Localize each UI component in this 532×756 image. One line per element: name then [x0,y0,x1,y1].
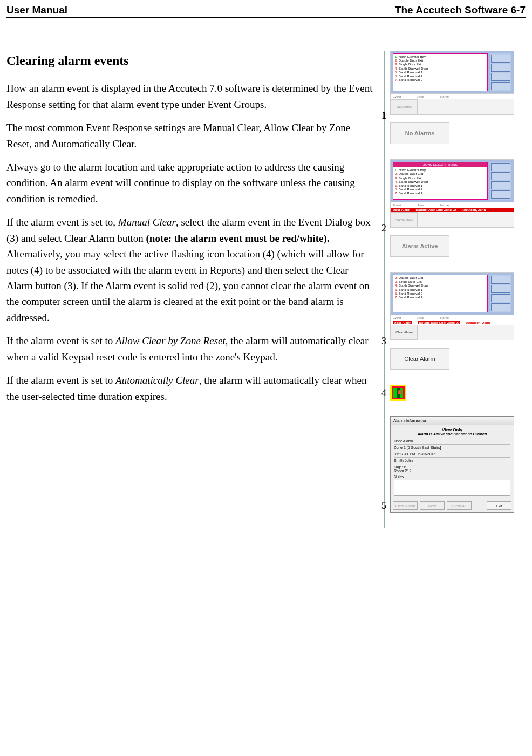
view-only-label: View Only [394,427,510,432]
body-text: Clearing alarm events How an alarm event… [6,51,373,528]
col-name: Name [440,95,449,98]
fig3-caption: Clear Alarm [390,348,449,370]
z1: North Elevator Bay [399,55,426,58]
fig3-floorplan [490,275,511,312]
p5-italic: Allow Clear by Zone Reset [115,335,226,346]
fig3-ev: Door Alarm [393,321,412,324]
dlg-l5: Tag: 96 Room 212 [394,464,510,474]
fig3-window: 2. Double Door Exit 3. Single Door Exit … [390,272,514,340]
zone-header: ZONE DESCRIPTIONS [393,162,487,167]
figure-2: 2 ZONE DESCRIPTIONS 1. North Elevator Ba… [390,159,526,257]
fig2-nm: Accutech, John [461,208,486,212]
alarm-info-dialog: Alarm Information View Only Alarm is Act… [390,416,514,513]
figure-1-number: 1 [381,110,386,121]
z3: Single Door Exit [399,63,422,66]
figure-column: 1 1. North Elevator Bay 2. Double Door E… [384,51,526,528]
p6-italic: Automatically Clear [115,374,199,386]
p6-a: If the alarm event is set to [6,374,115,386]
view-only-sub: Alarm is Active and Cannot be Cleared [394,432,510,436]
z5: Band Removal 1 [399,71,422,74]
paragraph-5: If the alarm event is set to Allow Clear… [6,333,373,365]
dlg-clear-button[interactable]: Clear Alarm [393,501,418,510]
figure-2-number: 2 [381,223,386,234]
z4: South Stairwell Door [399,67,428,70]
fig3-alarm-row[interactable]: Door Alarm Double Door Exit: Zone 02 Acc… [391,321,514,325]
fig2-status-button[interactable]: Alarm Active [391,212,418,227]
figure-5-number: 5 [381,500,386,512]
fig1-event-header: Event Area Name [391,93,514,99]
fig2-floorplan [490,162,511,200]
fig3-event-header: Event Area Name [391,315,514,321]
col-event: Event [393,95,401,98]
fig1-window: 1. North Elevator Bay 2. Double Door Exi… [390,51,514,115]
z7: Band Removal 3 [399,78,422,81]
header-left: User Manual [6,4,67,16]
fig2-ev: Door Alarm [393,208,410,212]
figure-4: 4 [390,385,526,401]
notes-label: Notes [394,474,510,480]
flashing-alarm-icon[interactable] [390,385,406,401]
figure-1: 1 1. North Elevator Bay 2. Double Door E… [390,51,526,144]
fig1-caption: No Alarms [390,122,449,144]
p4-italic: Manual Clear [118,216,176,228]
dlg-clear-all-button[interactable]: Clear All [447,501,472,510]
figure-3: 3 2. Double Door Exit 3. Single Door Exi… [390,272,526,370]
paragraph-4: If the alarm event is set to, Manual Cle… [6,214,373,325]
z6: Band Removal 2 [399,74,422,78]
p4-a: If the alarm event is set to, [6,216,118,228]
fig2-zone-list: ZONE DESCRIPTIONS 1. North Elevator Bay … [393,162,488,200]
p5-a: If the alarm event is set to [6,335,115,346]
p4-bold: (note: the alarm event must be red/white… [146,233,330,244]
fig2-event-header: Event Area Name [391,202,514,208]
z2: Double Door Exit [399,59,423,62]
paragraph-3: Always go to the alarm location and take… [6,159,373,207]
fig2-alarm-row[interactable]: Door Alarm Double Door Exit: Zone 02 Acc… [391,208,514,212]
dlg-l3: 01:17:41 PM 05-13-2015 [394,451,510,457]
dlg-l4: Smith John [394,457,510,464]
fig3-zone-list: 2. Double Door Exit 3. Single Door Exit … [393,275,488,312]
dlg-next-button[interactable]: Next [420,501,445,510]
figure-4-number: 4 [381,387,386,399]
fig1-status-button[interactable]: No Alarms [391,99,418,114]
fig3-nm: Accutech, John [466,321,490,324]
header-right: The Accutech Software 6-7 [395,4,526,16]
fig2-caption: Alarm Active [390,235,449,257]
paragraph-1: How an alarm event is displayed in the A… [6,80,373,112]
figure-5: 5 Alarm Information View Only Alarm is A… [390,416,526,513]
paragraph-6: If the alarm event is set to Automatical… [6,372,373,404]
col-area: Area [417,95,424,98]
dlg-l2: Zone 1 [5 South East Stairs] [394,444,510,451]
paragraph-2: The most common Event Response settings … [6,120,373,152]
figure-3-number: 3 [381,336,386,347]
dlg-exit-button[interactable]: Exit [487,501,511,510]
notes-textarea[interactable] [394,480,510,496]
section-title: Clearing alarm events [6,51,373,71]
fig2-window: ZONE DESCRIPTIONS 1. North Elevator Bay … [390,159,514,228]
fig1-floorplan [490,53,511,91]
dialog-title: Alarm Information [391,417,514,425]
fig3-ar: Double Door Exit: Zone 02 [418,321,460,324]
fig3-clear-button[interactable]: Clear Alarm [391,325,418,340]
fig1-zone-list: 1. North Elevator Bay 2. Double Door Exi… [393,53,488,91]
page-header: User Manual The Accutech Software 6-7 [6,4,526,18]
dlg-l1: Door Alarm [394,438,510,444]
fig2-ar: Double Door Exit: Zone 02 [415,208,456,212]
p4-c: Alternatively, you may select the active… [6,248,370,323]
